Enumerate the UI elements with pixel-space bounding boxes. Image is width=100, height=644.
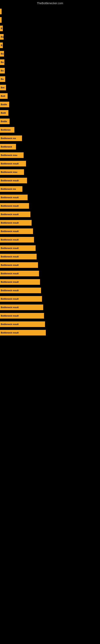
bar-label: Bottl [0,110,8,116]
bar-row: Bo [0,50,100,58]
bar-label: Bottleneck result [0,262,38,268]
bar-row: Bottleneck result [0,270,100,277]
bar-label: Bottle [0,118,10,124]
bar-label: Bottleneck result [0,203,29,209]
bar-row: Bottleneck res [0,134,100,142]
bar-row: Bot [0,84,100,91]
bar-label: Bottleneck result [0,194,28,200]
bar-row: Bottleneck result [0,177,100,184]
bar-row: Bottleneck result [0,236,100,244]
bar-label: Bottleneck result [0,178,27,183]
bar-row: Bottleneck resu [0,151,100,159]
bar-label: Bot [0,85,6,90]
bar-label: Bottleneck resu [0,152,24,158]
bar-label: Bottleneck result [0,237,34,242]
bar-row: Bottleneck result [0,320,100,328]
bar-row: Bottleneck result [0,286,100,294]
bar-row: Bottleneck [0,143,100,150]
bar-label: Bottleneck resu [0,169,24,175]
bar-row: B [0,24,100,32]
bar-label: Bottle [0,102,9,107]
bar-row [0,16,100,24]
bar-label: Bottleneck result [0,296,42,302]
bar-label: Bottleneck result [0,161,26,166]
bar-label: Bottleneck result [0,313,44,318]
bar-row [0,8,100,15]
bar-row: Bo [0,58,100,66]
bar-row: Bottleneck result [0,219,100,226]
bar-row: Bottleneck resu [0,168,100,176]
bar-row: Bo [0,67,100,74]
site-title: TheBottlenecker.com [0,0,100,6]
bar-label: Bottleneck result [0,228,33,234]
bar-row: Bottleneck result [0,278,100,286]
bar-row: Bo [0,33,100,41]
bar-label: Bottleneck result [0,254,37,260]
bar-label: Bottleneck [0,144,16,150]
bar-label: Bottleneck result [0,288,41,293]
bar-label: Bo [0,76,5,82]
bar-label: Bott [0,93,8,99]
bar-label: Bottleneck result [0,220,32,226]
bar-row: Bottleneck result [0,304,100,311]
bar-row: Bo [0,75,100,83]
bar-row: Bottle [0,118,100,125]
bar-label: Bo [0,34,3,40]
bar-row: Bottleneck result [0,253,100,260]
bar-row: Bott [0,92,100,100]
bar-row: Bottleneck result [0,160,100,168]
bar-label [0,17,1,23]
bar-label: Bo [0,68,5,74]
bar-row: Bottleneck result [0,312,100,320]
bar-label: Bo [0,51,4,56]
bar-row: Bottleneck result [0,295,100,303]
bar-label: Bottleneck res [0,186,22,192]
bar-label: Bottleneck result [0,322,45,327]
bar-label: Bottlenec [0,127,14,132]
bar-label: Bottleneck result [0,245,36,251]
bar-label: Bottleneck result [0,212,30,217]
bar-row: Bottleneck result [0,261,100,269]
bar-label: Bottleneck result [0,279,40,285]
bar-row: Bottleneck result [0,329,100,336]
bar-label: Bottleneck result [0,304,43,310]
bar-row: Bottleneck result [0,202,100,210]
bar-row: Bottleneck result [0,194,100,201]
bar-row: Bottlenec [0,126,100,134]
bar-label: Bottleneck res [0,136,22,141]
bar-label: Bottleneck result [0,271,39,276]
bar-row: Bottl [0,109,100,117]
bar-label [0,9,1,14]
bar-label: B [0,26,3,31]
bar-row: Bottleneck result [0,228,100,235]
bar-row: B [0,42,100,49]
bar-label: B [0,42,3,48]
bar-row: Bottleneck res [0,185,100,193]
bar-label: Bottleneck result [0,330,46,336]
bar-row: Bottleneck result [0,244,100,252]
bar-row: Bottleneck result [0,210,100,218]
bars-container: BBoBBoBoBoBoBotBottBottleBottlBottleBott… [0,6,100,339]
bar-row: Bottle [0,100,100,108]
bar-label: Bo [0,59,4,65]
